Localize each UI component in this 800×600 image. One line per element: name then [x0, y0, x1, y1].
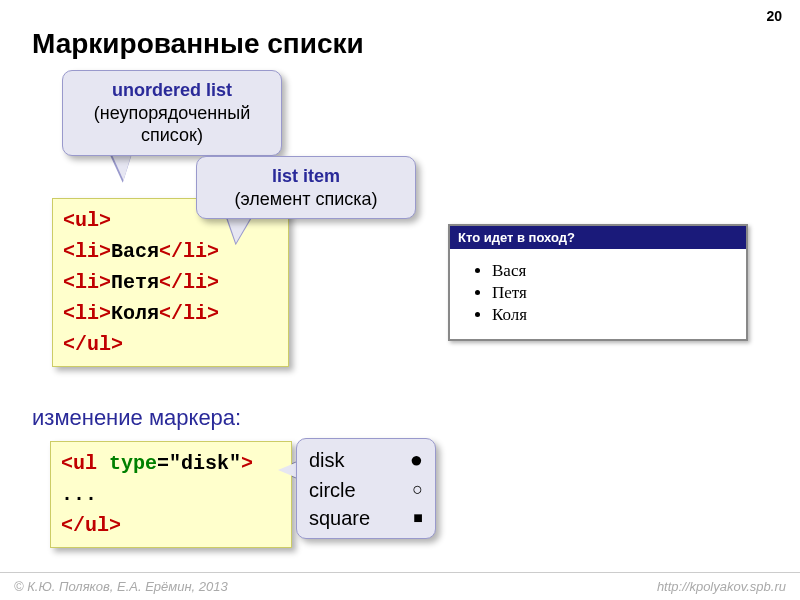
browser-preview: Кто идет в поход? Вася Петя Коля [448, 224, 748, 341]
code-tag: <ul> [63, 209, 111, 232]
code-example-type: <ul type="disk"> ... </ul> [50, 441, 292, 548]
callout-bold: list item [272, 166, 340, 186]
code-text: Петя [111, 271, 159, 294]
callout-list-item: list item (элемент списка) [196, 156, 416, 219]
footer: © К.Ю. Поляков, Е.А. Ерёмин, 2013 http:/… [0, 572, 800, 600]
callout-plain: (неупорядоченный список) [94, 103, 250, 146]
footer-right: http://kpolyakov.spb.ru [657, 579, 786, 594]
code-tag: </ul> [61, 514, 121, 537]
page-number: 20 [766, 8, 782, 24]
code-tag: </li> [159, 302, 219, 325]
code-attr: type [109, 452, 157, 475]
browser-titlebar: Кто идет в поход? [450, 226, 746, 249]
marker-label: square [309, 504, 370, 532]
circle-icon: ○ [412, 477, 423, 502]
marker-label: disk [309, 446, 345, 474]
disc-icon: ● [410, 445, 423, 476]
page-title: Маркированные списки [32, 28, 364, 60]
list-item: Петя [492, 283, 738, 303]
code-tag: <li> [63, 240, 111, 263]
square-icon: ■ [413, 507, 423, 529]
code-tag: </ul> [63, 333, 123, 356]
marker-label: circle [309, 476, 356, 504]
callout-bold: unordered list [112, 80, 232, 100]
code-example-ul: <ul> <li>Вася</li> <li>Петя</li> <li>Кол… [52, 198, 289, 367]
list-item: Вася [492, 261, 738, 281]
code-text: Вася [111, 240, 159, 263]
code-tag: </li> [159, 271, 219, 294]
list-item: Коля [492, 305, 738, 325]
code-tag: <li> [63, 271, 111, 294]
callout-plain: (элемент списка) [235, 189, 378, 209]
code-tag: <li> [63, 302, 111, 325]
code-text: ... [61, 479, 281, 510]
code-text: Коля [111, 302, 159, 325]
code-tag: </li> [159, 240, 219, 263]
code-tag: <ul [61, 452, 109, 475]
browser-body: Вася Петя Коля [450, 249, 746, 339]
footer-left: © К.Ю. Поляков, Е.А. Ерёмин, 2013 [14, 579, 228, 594]
code-tag: > [241, 452, 253, 475]
code-text: = [157, 452, 169, 475]
callout-markers: disk● circle○ square■ [296, 438, 436, 539]
subheading: изменение маркера: [32, 405, 241, 431]
code-val: "disk" [169, 452, 241, 475]
callout-unordered-list: unordered list (неупорядоченный список) [62, 70, 282, 156]
